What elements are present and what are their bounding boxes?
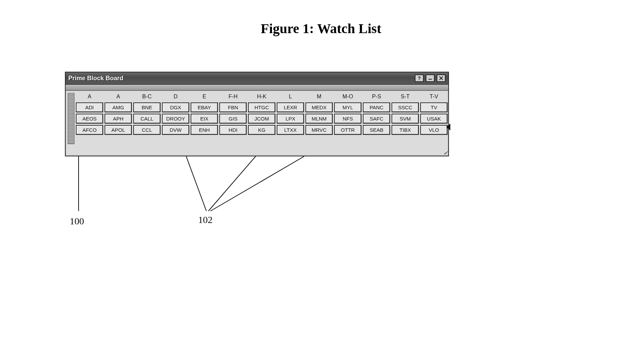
annotation-lines: [65, 156, 449, 228]
ticker-cell[interactable]: EBAY: [191, 102, 218, 112]
window-title: Prime Block Board: [68, 75, 123, 82]
col-header: E: [191, 93, 218, 101]
col-header: T-V: [420, 93, 448, 101]
ticker-cell[interactable]: AMG: [105, 102, 132, 112]
col-header: M: [305, 93, 333, 101]
ticker-cell[interactable]: ADI: [76, 102, 103, 112]
ticker-cell[interactable]: SVM: [392, 114, 419, 124]
ticker-cell[interactable]: DVW: [162, 125, 189, 135]
ticker-cell[interactable]: SAFC: [363, 114, 390, 124]
resize-grip-icon[interactable]: [442, 150, 448, 155]
ticker-cell[interactable]: BNE: [133, 102, 161, 112]
ticker-cell[interactable]: SSCC: [392, 102, 419, 112]
ticker-cell[interactable]: ENH: [191, 125, 218, 135]
close-icon: [439, 76, 443, 81]
col-header: S-T: [392, 93, 419, 101]
ticker-cell[interactable]: APH: [105, 114, 132, 124]
annotation-ref-100: 100: [70, 216, 84, 227]
ticker-cell[interactable]: MRVC: [305, 125, 333, 135]
ticker-cell[interactable]: OTTR: [334, 125, 361, 135]
col-header: F-H: [219, 93, 247, 101]
ticker-cell[interactable]: TIBX: [392, 125, 419, 135]
minimize-icon: [428, 76, 433, 81]
watchlist-window: Prime Block Board ? A A B-C D E F-H H-K: [65, 72, 449, 156]
ticker-cell[interactable]: DROOY: [162, 114, 189, 124]
annotation-ref-102: 102: [198, 214, 213, 225]
ticker-cell[interactable]: LPX: [277, 114, 304, 124]
ticker-cell[interactable]: LTXX: [277, 125, 304, 135]
col-header: A: [105, 93, 132, 101]
ticker-cell[interactable]: MLNM: [305, 114, 333, 124]
ticker-cell[interactable]: PANC: [363, 102, 390, 112]
col-header: M-O: [334, 93, 361, 101]
ticker-cell[interactable]: NFS: [334, 114, 361, 124]
ticker-cell[interactable]: APOL: [105, 125, 132, 135]
ticker-cell[interactable]: JCOM: [248, 114, 275, 124]
svg-line-3: [208, 156, 256, 211]
ticker-cell[interactable]: FBN: [219, 102, 247, 112]
ticker-cell[interactable]: DGX: [162, 102, 189, 112]
ticker-cell[interactable]: CALL: [133, 114, 161, 124]
svg-line-2: [186, 156, 206, 211]
ticker-cell[interactable]: TV: [420, 102, 448, 112]
ticker-cell[interactable]: GIS: [219, 114, 247, 124]
ticker-cell[interactable]: MEDX: [305, 102, 333, 112]
ticker-cell[interactable]: USAK: [420, 114, 448, 124]
ticker-cell[interactable]: MYL: [334, 102, 361, 112]
ticker-cell[interactable]: KG: [248, 125, 275, 135]
minimize-button[interactable]: [426, 74, 435, 82]
col-header: H-K: [248, 93, 275, 101]
col-header: L: [277, 93, 304, 101]
ticker-cell[interactable]: CCL: [133, 125, 161, 135]
col-header: A: [76, 93, 103, 101]
svg-line-4: [210, 156, 304, 211]
ticker-cell[interactable]: SEAB: [363, 125, 390, 135]
figure-caption: Figure 1: Watch List: [0, 20, 642, 37]
left-sidebar-strip[interactable]: [68, 93, 74, 144]
close-button[interactable]: [437, 74, 446, 82]
ticker-cell[interactable]: EIX: [191, 114, 218, 124]
ticker-cell[interactable]: HTGC: [248, 102, 275, 112]
col-header: P-S: [363, 93, 390, 101]
col-header: D: [162, 93, 189, 101]
ticker-cell[interactable]: LEXR: [277, 102, 304, 112]
svg-rect-0: [428, 79, 432, 80]
ticker-cell[interactable]: AFCO: [76, 125, 103, 135]
scroll-right-icon[interactable]: [446, 124, 450, 130]
title-bar[interactable]: Prime Block Board ?: [66, 72, 448, 85]
ticker-cell[interactable]: HDI: [219, 125, 247, 135]
help-button[interactable]: ?: [415, 74, 424, 82]
ticker-cell[interactable]: AEOS: [76, 114, 103, 124]
menu-bar[interactable]: [66, 85, 448, 91]
ticker-cell[interactable]: VLO: [420, 125, 448, 135]
ticker-grid: A A B-C D E F-H H-K L M M-O P-S S-T T-V …: [76, 93, 446, 135]
col-header: B-C: [133, 93, 161, 101]
